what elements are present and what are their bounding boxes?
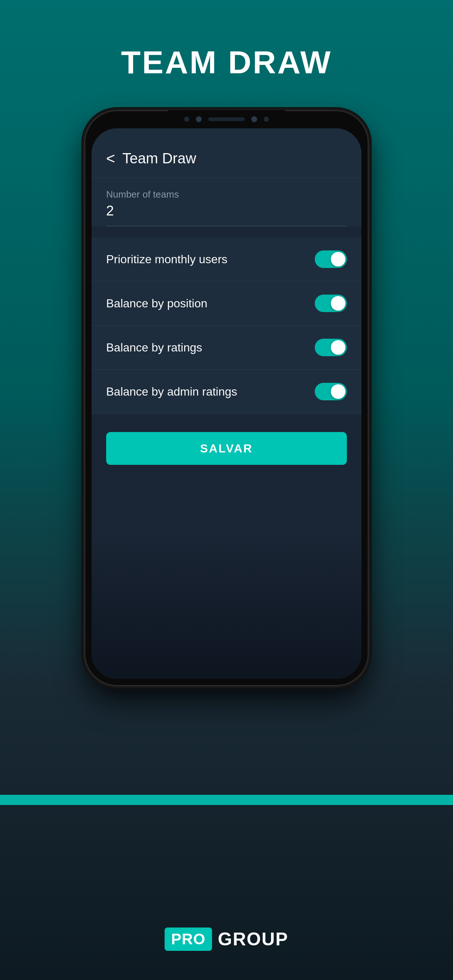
toggle-item-balance-ratings: Balance by ratings: [91, 326, 362, 370]
toggle-label-balance-position: Balance by position: [106, 297, 207, 310]
toggle-item-prioritize-monthly: Prioritize monthly users: [91, 237, 362, 282]
phone-frame: < Team Draw Number of teams 2 Prioritize…: [84, 110, 369, 686]
notch-camera-right: [251, 116, 257, 122]
toggle-item-balance-admin-ratings: Balance by admin ratings: [91, 370, 362, 414]
number-of-teams-value: 2: [106, 203, 347, 219]
toggle-label-balance-ratings: Balance by ratings: [106, 341, 202, 355]
notch-speaker: [208, 118, 245, 121]
app-content: Number of teams 2 Prioritize monthly use…: [91, 178, 362, 679]
screen-title: Team Draw: [123, 150, 196, 167]
toggle-label-prioritize-monthly: Prioritize monthly users: [106, 253, 228, 266]
toggle-prioritize-monthly[interactable]: [315, 250, 347, 268]
number-of-teams-label: Number of teams: [106, 189, 347, 200]
number-of-teams-field[interactable]: Number of teams 2: [106, 189, 347, 226]
toggle-balance-ratings[interactable]: [315, 339, 347, 356]
toggle-balance-position[interactable]: [315, 294, 347, 312]
phone-notch: [168, 110, 285, 128]
app-header: < Team Draw: [91, 128, 362, 178]
notch-dot-right: [264, 117, 269, 122]
group-text: GROUP: [218, 929, 288, 950]
phone-screen: < Team Draw Number of teams 2 Prioritize…: [91, 128, 362, 679]
toggle-label-balance-admin-ratings: Balance by admin ratings: [106, 385, 237, 398]
toggle-balance-admin-ratings[interactable]: [315, 383, 347, 400]
teal-accent-stripe: [0, 795, 453, 805]
save-button-wrapper: SALVAR: [91, 414, 362, 483]
save-button[interactable]: SALVAR: [106, 432, 347, 465]
input-section: Number of teams 2: [91, 178, 362, 226]
back-button[interactable]: <: [106, 151, 115, 166]
bottom-branding: PRO GROUP: [164, 928, 288, 951]
notch-camera: [196, 116, 202, 122]
pro-badge: PRO: [164, 928, 212, 951]
notch-dot-left: [184, 117, 189, 122]
toggle-item-balance-position: Balance by position: [91, 282, 362, 326]
toggle-list: Prioritize monthly users Balance by posi…: [91, 237, 362, 414]
page-title: TEAM DRAW: [121, 44, 332, 81]
